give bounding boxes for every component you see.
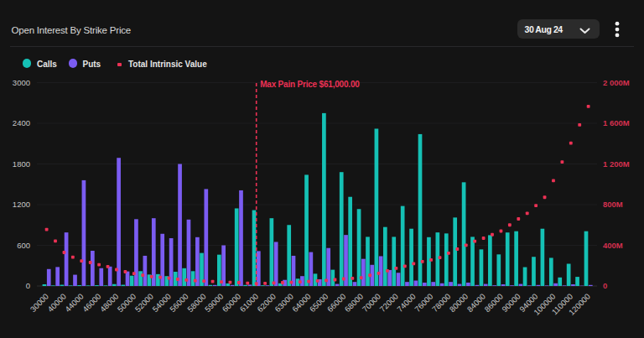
svg-text:78000: 78000 [430,292,452,314]
svg-text:72000: 72000 [377,292,399,314]
svg-text:60000: 60000 [221,292,242,314]
svg-text:400M: 400M [603,241,623,250]
svg-text:Max Pain Price $61,000.00: Max Pain Price $61,000.00 [260,80,360,89]
svg-text:62000: 62000 [255,292,277,314]
svg-text:84000: 84000 [465,292,487,314]
svg-text:74000: 74000 [395,292,417,314]
svg-text:90000: 90000 [500,292,522,314]
svg-text:63000: 63000 [273,292,294,314]
svg-text:86000: 86000 [482,292,504,314]
svg-text:68000: 68000 [343,292,365,314]
svg-text:800M: 800M [603,200,623,209]
svg-text:1 600M: 1 600M [603,118,630,127]
svg-text:61000: 61000 [238,292,260,314]
svg-text:48000: 48000 [98,292,120,314]
svg-text:30000: 30000 [29,292,50,314]
svg-text:600: 600 [17,241,30,250]
svg-text:76000: 76000 [413,292,434,314]
svg-text:2400: 2400 [13,118,30,127]
svg-text:66000: 66000 [325,292,347,314]
svg-text:44000: 44000 [63,292,85,314]
svg-text:40000: 40000 [45,292,67,314]
svg-text:56000: 56000 [168,292,190,314]
svg-text:50000: 50000 [116,292,138,314]
svg-text:52000: 52000 [133,292,155,314]
svg-text:58000: 58000 [185,292,207,314]
svg-text:1200: 1200 [13,200,30,209]
svg-text:46000: 46000 [80,292,102,314]
svg-text:59000: 59000 [203,292,225,314]
svg-text:54000: 54000 [150,292,172,314]
svg-text:64000: 64000 [290,292,312,314]
svg-text:1800: 1800 [13,159,30,169]
svg-text:3000: 3000 [13,78,30,87]
svg-text:2 000M: 2 000M [603,78,630,87]
svg-text:65000: 65000 [308,292,330,314]
svg-text:1 200M: 1 200M [603,159,630,169]
svg-text:70000: 70000 [361,292,382,314]
svg-text:0: 0 [26,281,30,290]
svg-text:80000: 80000 [448,292,470,314]
svg-text:0: 0 [603,281,607,290]
